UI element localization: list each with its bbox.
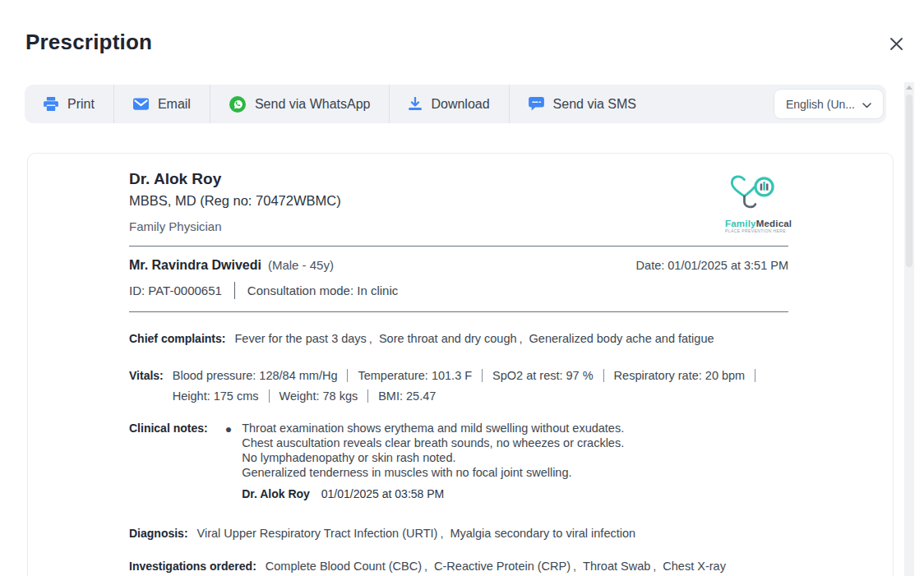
divider bbox=[129, 311, 788, 312]
list-item: Chest auscultation reveals clear breath … bbox=[242, 435, 788, 450]
print-label: Print bbox=[67, 97, 95, 112]
clinical-notes-text: Throat examination shows erythema and mi… bbox=[242, 421, 788, 480]
page-title: Prescription bbox=[25, 30, 152, 55]
printer-icon bbox=[44, 97, 58, 111]
list-separator bbox=[369, 329, 372, 349]
signature-timestamp: 01/01/2025 at 03:58 PM bbox=[321, 487, 444, 500]
list-separator bbox=[440, 523, 443, 544]
patient-demographics: (Male - 45y) bbox=[268, 258, 334, 272]
email-button[interactable]: Email bbox=[114, 85, 210, 123]
patient-row: Mr. Ravindra Dwivedi (Male - 45y) Date: … bbox=[129, 258, 788, 273]
list-item: Weight: 78 kgs bbox=[280, 389, 358, 403]
scrollbar-up-arrow-icon[interactable] bbox=[906, 85, 912, 90]
consultation-mode: Consultation mode: In clinic bbox=[247, 283, 398, 297]
clinical-notes-label: Clinical notes: bbox=[129, 421, 208, 501]
list-separator bbox=[653, 556, 656, 576]
whatsapp-label: Send via WhatsApp bbox=[255, 97, 371, 112]
doctor-designation: Family Physician bbox=[129, 219, 788, 233]
list-item: SpO2 at rest: 97 % bbox=[492, 369, 594, 382]
signature-doctor-name: Dr. Alok Roy bbox=[242, 487, 310, 500]
vitals-section: Vitals: Blood pressure: 128/84 mm/HgTemp… bbox=[129, 366, 788, 407]
list-item: BMI: 25.47 bbox=[378, 389, 436, 403]
email-icon bbox=[133, 98, 149, 110]
scrollbar-thumb[interactable] bbox=[906, 94, 912, 267]
list-item: Viral Upper Respiratory Tract Infection … bbox=[197, 527, 438, 540]
list-item: Myalgia secondary to viral infection bbox=[450, 527, 635, 540]
language-select[interactable]: English (Un... bbox=[774, 89, 884, 119]
stethoscope-heart-icon bbox=[728, 203, 779, 217]
chief-complaints-values: Fever for the past 3 daysSore throat and… bbox=[234, 329, 788, 349]
list-separator bbox=[520, 329, 523, 349]
list-item: Height: 175 cms bbox=[173, 389, 259, 403]
list-item: Sore throat and dry cough bbox=[379, 332, 517, 345]
list-separator bbox=[269, 389, 270, 403]
language-select-value: English (Un... bbox=[786, 98, 855, 111]
prescription-card: Dr. Alok Roy MBBS, MD (Reg no: 70472WBMC… bbox=[27, 153, 894, 576]
clinical-notes-signature: Dr. Alok Roy 01/01/2025 at 03:58 PM bbox=[242, 486, 788, 501]
clinical-notes-section: Clinical notes: ● Throat examination sho… bbox=[129, 421, 788, 501]
list-item: No lymphadenopathy or skin rash noted. bbox=[242, 450, 788, 465]
download-button[interactable]: Download bbox=[390, 85, 509, 123]
investigations-section: Investigations ordered: Complete Blood C… bbox=[129, 556, 788, 576]
list-item: Respiratory rate: 20 bpm bbox=[614, 369, 746, 382]
patient-name: Mr. Ravindra Dwivedi bbox=[129, 258, 261, 273]
list-item: Throat Swab bbox=[583, 560, 650, 573]
email-label: Email bbox=[158, 97, 191, 112]
download-icon bbox=[409, 97, 422, 111]
close-icon[interactable] bbox=[885, 33, 907, 54]
list-separator bbox=[603, 369, 604, 382]
list-item: C-Reactive Protein (CRP) bbox=[434, 560, 571, 573]
diagnosis-values: Viral Upper Respiratory Tract Infection … bbox=[197, 523, 788, 544]
list-separator bbox=[482, 369, 483, 382]
list-item: Temperature: 101.3 F bbox=[358, 369, 472, 382]
list-item: Generalized body ache and fatigue bbox=[529, 332, 714, 345]
chief-complaints-section: Chief complaints: Fever for the past 3 d… bbox=[129, 329, 788, 349]
clinic-tagline: PLACE PREVENTION HERE bbox=[725, 228, 783, 233]
divider bbox=[129, 246, 788, 247]
patient-id: ID: PAT-0000651 bbox=[129, 283, 222, 297]
vitals-values: Blood pressure: 128/84 mm/HgTemperature:… bbox=[173, 366, 788, 407]
bullet-icon: ● bbox=[225, 421, 232, 501]
clinic-name: FamilyMedical bbox=[725, 219, 783, 228]
list-separator bbox=[755, 369, 755, 382]
divider bbox=[234, 282, 235, 299]
download-label: Download bbox=[431, 97, 489, 112]
doctor-qualifications: MBBS, MD (Reg no: 70472WBMC) bbox=[129, 193, 788, 209]
print-button[interactable]: Print bbox=[25, 85, 114, 123]
toolbar: Print Email Send via WhatsApp bbox=[25, 85, 886, 123]
list-item: Fever for the past 3 days bbox=[234, 332, 366, 345]
list-item: Blood pressure: 128/84 mm/Hg bbox=[173, 369, 338, 382]
doctor-name: Dr. Alok Roy bbox=[129, 170, 788, 188]
whatsapp-icon bbox=[229, 96, 246, 113]
list-item: Chest X-ray bbox=[663, 560, 726, 573]
list-separator bbox=[424, 556, 427, 576]
diagnosis-label: Diagnosis: bbox=[129, 523, 188, 544]
chief-complaints-label: Chief complaints: bbox=[129, 329, 225, 349]
list-separator bbox=[347, 369, 348, 382]
sms-label: Send via SMS bbox=[553, 97, 636, 112]
sms-icon bbox=[529, 97, 544, 111]
investigations-label: Investigations ordered: bbox=[129, 556, 256, 576]
patient-id-row: ID: PAT-0000651 Consultation mode: In cl… bbox=[129, 282, 788, 299]
chevron-down-icon bbox=[862, 98, 871, 111]
prescription-date: Date: 01/01/2025 at 3:51 PM bbox=[636, 259, 788, 272]
sms-button[interactable]: Send via SMS bbox=[510, 85, 655, 123]
list-separator bbox=[367, 389, 368, 403]
vitals-label: Vitals: bbox=[129, 366, 164, 407]
prescription-modal: Prescription Print Email bbox=[0, 0, 924, 576]
list-separator bbox=[573, 556, 576, 576]
whatsapp-button[interactable]: Send via WhatsApp bbox=[210, 85, 390, 123]
list-item: Complete Blood Count (CBC) bbox=[266, 560, 422, 573]
diagnosis-section: Diagnosis: Viral Upper Respiratory Tract… bbox=[129, 523, 788, 544]
investigations-values: Complete Blood Count (CBC)C-Reactive Pro… bbox=[266, 556, 788, 576]
clinic-logo: FamilyMedical PLACE PREVENTION HERE bbox=[725, 173, 783, 233]
list-item: Throat examination shows erythema and mi… bbox=[242, 421, 788, 435]
vertical-scrollbar[interactable] bbox=[904, 82, 914, 576]
list-item: Generalized tenderness in muscles with n… bbox=[242, 465, 788, 480]
